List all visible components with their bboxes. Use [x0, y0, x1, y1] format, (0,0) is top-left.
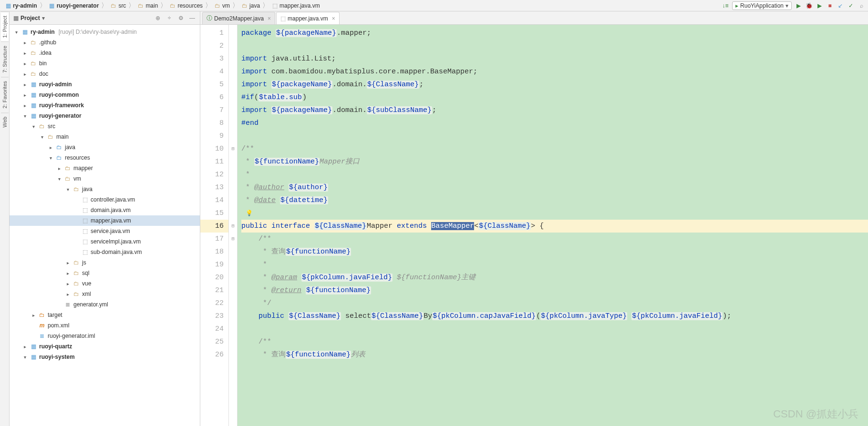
run-config-dropdown[interactable]: ▸ RuoYiApplication ▾	[732, 1, 792, 10]
tree-item[interactable]: ▸🗀js	[10, 257, 200, 268]
tree-item[interactable]: ▾▦ruoyi-generator	[10, 111, 200, 121]
tree-item[interactable]: ▾🗀main	[10, 132, 200, 142]
side-tab[interactable]: 2: Favorites	[1, 77, 9, 112]
search-icon[interactable]: ⌕	[858, 2, 865, 10]
code-body[interactable]: package ${packageName}.mapper; import ja…	[238, 25, 868, 426]
breadcrumb-item[interactable]: ▦ry-admin	[3, 2, 39, 9]
tree-item[interactable]: ▸🗀.github	[10, 37, 200, 48]
fold-gutter[interactable]: ⊟⊟⊟	[229, 25, 238, 426]
tree-item[interactable]: mpom.xml	[10, 320, 200, 331]
tree-item[interactable]: ⬚sub-domain.java.vm	[10, 247, 200, 257]
tree-arrow-icon[interactable]: ▸	[22, 344, 28, 349]
tree-arrow-icon[interactable]: ▸	[31, 313, 36, 318]
editor-tab[interactable]: ⒾDemo2Mapper.java×	[202, 12, 275, 24]
debug-icon[interactable]: 🐞	[805, 2, 813, 10]
tree-item[interactable]: ▸🗀target	[10, 310, 200, 320]
code-editor[interactable]: 1234567891011121314151617181920212223242…	[200, 25, 868, 426]
code-line[interactable]: * 查询${functionName}列表	[241, 348, 868, 361]
tree-arrow-icon[interactable]: ▾	[56, 176, 62, 182]
code-line[interactable]: #if($table.sub)	[241, 91, 868, 104]
code-line[interactable]: /**	[241, 233, 868, 245]
expand-all-icon[interactable]: ÷	[165, 14, 173, 22]
tree-arrow-icon[interactable]: ▸	[22, 103, 28, 108]
code-line[interactable]: * @date ${datetime}	[241, 194, 868, 207]
code-line[interactable]: 💡	[241, 207, 868, 220]
code-line[interactable]	[241, 130, 868, 142]
code-line[interactable]: *	[241, 258, 868, 271]
coverage-icon[interactable]: ▶	[816, 2, 823, 10]
close-tab-icon[interactable]: ×	[332, 15, 335, 22]
tree-item[interactable]: ▸🗀mapper	[10, 163, 200, 173]
tree-item[interactable]: ▾▦ruoyi-system	[10, 352, 200, 362]
project-tree[interactable]: ▾▦ry-admin[ruoyi] D:\dev\ry-base\ry-admi…	[10, 25, 200, 426]
close-tab-icon[interactable]: ×	[268, 15, 271, 22]
code-line[interactable]: /**	[241, 335, 868, 348]
tree-item[interactable]: ⬚service.java.vm	[10, 226, 200, 236]
tree-arrow-icon[interactable]: ▸	[65, 271, 71, 276]
tree-item[interactable]: ▸🗀vue	[10, 278, 200, 289]
code-line[interactable]: /**	[241, 142, 868, 155]
code-line[interactable]: public interface ${ClassName}Mapper exte…	[241, 220, 868, 233]
tree-arrow-icon[interactable]: ▸	[22, 71, 28, 77]
build-icon[interactable]: ↓≡	[722, 2, 729, 10]
tree-item[interactable]: ≣ruoyi-generator.iml	[10, 331, 200, 341]
tree-item[interactable]: ⬚serviceImpl.java.vm	[10, 236, 200, 247]
code-line[interactable]: import ${packageName}.domain.${ClassName…	[241, 78, 868, 91]
tree-arrow-icon[interactable]: ▸	[22, 82, 28, 87]
code-line[interactable]: * @return ${functionName}	[241, 284, 868, 297]
tree-item[interactable]: ▸🗀sql	[10, 268, 200, 278]
breadcrumb-item[interactable]: 🗀main	[135, 2, 160, 9]
code-line[interactable]: package ${packageName}.mapper;	[241, 27, 868, 40]
side-tab[interactable]: Web	[1, 112, 9, 131]
tree-arrow-icon[interactable]: ▸	[65, 292, 71, 297]
tree-arrow-icon[interactable]: ▾	[13, 30, 19, 35]
breadcrumb-item[interactable]: ▦ruoyi-generator	[47, 2, 101, 9]
tree-item[interactable]: ▾▦ry-admin[ruoyi] D:\dev\ry-base\ry-admi…	[10, 27, 200, 37]
code-line[interactable]: import com.baomidou.mybatisplus.core.map…	[241, 65, 868, 78]
tree-arrow-icon[interactable]: ▸	[22, 51, 28, 56]
tree-item[interactable]: ▸🗀.idea	[10, 48, 200, 58]
tree-item[interactable]: ▾🗀src	[10, 121, 200, 132]
side-tab[interactable]: 7: Structure	[1, 41, 9, 77]
tree-item[interactable]: ⬚mapper.java.vm	[10, 215, 200, 226]
tree-item[interactable]: ⬚domain.java.vm	[10, 205, 200, 215]
tree-item[interactable]: ▾🗀resources	[10, 152, 200, 163]
editor-tab[interactable]: ⬚mapper.java.vm×	[276, 12, 340, 24]
select-opened-file-icon[interactable]: ⊕	[154, 14, 162, 22]
tree-arrow-icon[interactable]: ▾	[65, 187, 71, 192]
tree-item[interactable]: ▸▦ruoyi-admin	[10, 79, 200, 90]
tree-item[interactable]: ▾🗀vm	[10, 173, 200, 184]
tree-arrow-icon[interactable]: ▸	[56, 166, 62, 171]
tree-item[interactable]: ▸▦ruoyi-common	[10, 90, 200, 100]
tree-item[interactable]: ▸🗀java	[10, 142, 200, 152]
breadcrumb-item[interactable]: 🗀src	[108, 2, 128, 9]
tree-arrow-icon[interactable]: ▸	[22, 92, 28, 98]
tree-arrow-icon[interactable]: ▾	[39, 134, 45, 140]
git-update-icon[interactable]: ↙	[837, 2, 844, 10]
tree-arrow-icon[interactable]: ▸	[22, 40, 28, 45]
breadcrumb-item[interactable]: ⬚mapper.java.vm	[269, 2, 322, 9]
stop-icon[interactable]: ■	[826, 2, 834, 10]
code-line[interactable]: import java.util.List;	[241, 52, 868, 65]
tree-item[interactable]: ▸🗀doc	[10, 69, 200, 79]
tree-item[interactable]: ≣generator.yml	[10, 299, 200, 310]
code-line[interactable]: */	[241, 297, 868, 310]
code-line[interactable]: * @author ${author}	[241, 181, 868, 194]
git-commit-icon[interactable]: ✓	[847, 2, 855, 10]
settings-icon[interactable]: ⚙	[177, 14, 185, 22]
hide-icon[interactable]: —	[188, 14, 196, 22]
tree-item[interactable]: ▾🗀java	[10, 184, 200, 194]
code-line[interactable]: * @param ${pkColumn.javaField} ${functio…	[241, 271, 868, 284]
side-tab[interactable]: 1: Project	[1, 11, 9, 41]
tree-arrow-icon[interactable]: ▸	[22, 61, 28, 66]
tree-arrow-icon[interactable]: ▸	[48, 145, 53, 150]
tree-arrow-icon[interactable]: ▾	[48, 155, 53, 161]
code-line[interactable]: * 查询${functionName}	[241, 245, 868, 258]
tree-item[interactable]: ▸🗀bin	[10, 58, 200, 69]
code-line[interactable]: #end	[241, 117, 868, 130]
code-line[interactable]: public ${ClassName} select${ClassName}By…	[241, 310, 868, 323]
tree-item[interactable]: ▸▦ruoyi-quartz	[10, 341, 200, 352]
breadcrumb-item[interactable]: 🗀resources	[167, 2, 205, 9]
code-line[interactable]: import ${packageName}.domain.${subClassN…	[241, 104, 868, 117]
tree-arrow-icon[interactable]: ▾	[22, 113, 28, 119]
